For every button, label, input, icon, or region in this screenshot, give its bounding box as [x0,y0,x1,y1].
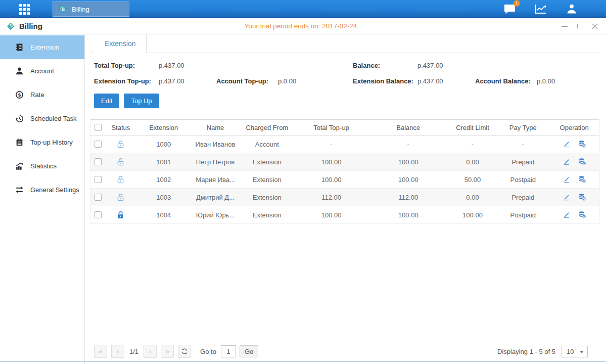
cell-pay-type: - [496,141,549,148]
unlocked-icon[interactable] [116,175,125,184]
sidebar: Extension Account $ Rate Scheduled Task [0,34,85,364]
maximize-icon[interactable] [576,22,584,30]
row-checkbox[interactable] [95,194,102,201]
cell-total-topup: - [295,141,368,148]
window-title-bar: $ Billing Your trial period ends on: 201… [0,18,606,34]
row-checkbox[interactable] [95,141,102,148]
edit-button[interactable]: Edit [94,94,119,108]
column-header-balance: Balance [368,124,449,131]
minimize-icon[interactable] [561,22,569,30]
sidebar-item-topup-history[interactable]: Top-up History [0,130,84,154]
cell-extension: 1003 [136,194,192,201]
extension-icon [15,43,24,52]
goto-page-input[interactable] [221,345,236,357]
refresh-button[interactable] [178,345,191,358]
cell-pay-type: Postpaid [496,176,549,184]
previous-page-button[interactable]: ‹ [111,345,124,358]
user-account-icon[interactable] [564,3,580,16]
column-header-operation: Operation [549,124,599,131]
messages-icon[interactable]: ! [502,3,518,16]
sidebar-item-statistics[interactable]: Statistics [0,154,84,178]
tab-extension[interactable]: Extension [94,34,147,53]
svg-text:$: $ [18,92,21,98]
topup-history-icon [15,138,24,147]
cell-extension: 1000 [136,141,192,148]
edit-icon[interactable] [563,175,571,184]
go-button[interactable]: Go [240,345,258,357]
topup-coins-icon[interactable]: $ [578,158,586,166]
sidebar-item-extension[interactable]: Extension [0,35,84,59]
topup-coins-icon[interactable]: $ [578,193,586,201]
edit-icon[interactable] [563,158,571,166]
toolbar: Edit Top Up [94,94,599,108]
cell-balance: 100.00 [368,158,449,166]
cell-total-topup: 112.00 [295,194,368,201]
cell-pay-type: Postpaid [496,211,549,219]
row-checkbox[interactable] [95,158,102,165]
edit-icon[interactable] [563,140,571,148]
window-title: Billing [19,22,42,30]
caret-down-icon [580,351,584,353]
cell-extension: 1004 [136,211,192,219]
balance-label: Balance: [353,62,417,69]
sidebar-item-label: Top-up History [30,139,73,146]
cell-credit-limit: 0.00 [449,158,497,166]
cell-pay-type: Prepaid [496,194,549,201]
column-header-credit-limit: Credit Limit [449,124,497,131]
unlocked-icon[interactable] [116,193,125,202]
svg-text:$: $ [62,8,64,12]
column-header-charged-from: Charged From [239,124,295,131]
cell-name: Дмитрий Д... [192,194,240,201]
edit-icon[interactable] [563,211,571,219]
refresh-icon [181,348,188,355]
sidebar-item-rate[interactable]: $ Rate [0,83,84,107]
window-bottom-edge [0,361,606,362]
app-grid-icon[interactable] [19,4,30,15]
cell-credit-limit: 0.00 [449,194,497,201]
page-indicator: 1/1 [129,348,138,355]
rate-icon: $ [15,90,24,99]
next-page-button[interactable]: › [144,345,157,358]
locked-icon[interactable] [116,211,125,219]
sidebar-item-label: Rate [30,91,44,99]
cell-credit-limit: 50.00 [449,176,497,184]
main-content: Extension Total Top-up: p.437.00 Extensi… [85,34,606,364]
select-all-checkbox[interactable] [95,124,102,131]
monitor-chart-icon[interactable] [533,3,549,16]
statistics-icon [15,162,24,170]
edit-icon[interactable] [563,193,571,201]
column-header-extension: Extension [136,124,192,131]
table-header-row: Status Extension Name Charged From Total… [90,119,599,135]
page-size-select[interactable]: 10 [562,346,588,357]
column-header-pay-type: Pay Type [496,124,549,131]
row-checkbox[interactable] [95,211,102,218]
billing-app-tab[interactable]: $ Billing [53,2,129,17]
sidebar-item-scheduled-task[interactable]: Scheduled Task [0,107,84,130]
goto-label: Go to [200,348,216,355]
close-icon[interactable] [591,22,599,30]
last-page-button[interactable]: » [161,345,174,358]
tab-strip: Extension [90,34,599,53]
displaying-count: Displaying 1 - 5 of 5 [497,348,555,355]
unlocked-icon[interactable] [116,158,125,166]
sidebar-item-general-settings[interactable]: General Settings [0,178,84,202]
sidebar-item-account[interactable]: Account [0,59,84,83]
sidebar-item-label: Scheduled Task [30,115,77,122]
row-checkbox[interactable] [95,176,102,183]
topup-coins-icon[interactable]: $ [578,211,586,219]
topup-coins-icon[interactable]: $ [578,175,586,184]
topup-button[interactable]: Top Up [124,94,159,108]
extension-topup-label: Extension Top-up: [94,77,159,85]
extension-balance-value: p.437.00 [417,77,475,85]
cell-charged-from: Extension [239,211,295,219]
unlocked-icon[interactable] [116,140,125,149]
total-topup-label: Total Top-up: [94,62,159,69]
billing-app-tab-label: Billing [72,6,89,13]
page-size-value: 10 [567,348,574,355]
topup-coins-icon[interactable]: $ [578,140,586,148]
extension-balance-label: Extension Balance: [353,77,417,85]
first-page-button[interactable]: « [94,345,107,358]
account-topup-value: p.0.00 [278,77,336,85]
cell-extension: 1001 [136,158,192,166]
table-row: 1002 Мария Ива... Extension 100.00 100.0… [90,171,599,189]
